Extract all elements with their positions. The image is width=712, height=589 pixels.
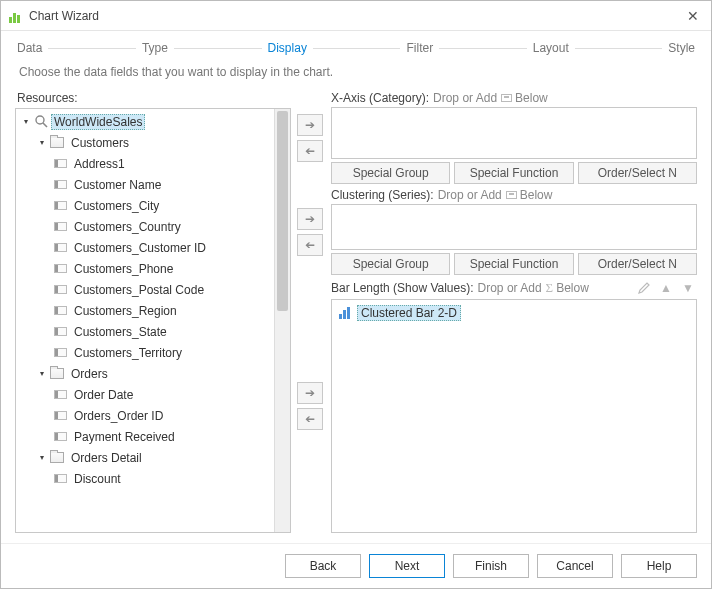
field-icon bbox=[54, 411, 67, 420]
tree-field[interactable]: Customers_Region bbox=[16, 300, 274, 321]
xaxis-label: X-Axis (Category): bbox=[331, 91, 429, 105]
clustering-hint: Drop or Add bbox=[438, 188, 502, 202]
expand-icon[interactable] bbox=[36, 368, 48, 380]
step-layout[interactable]: Layout bbox=[533, 41, 569, 55]
tree-scrollbar[interactable] bbox=[274, 109, 290, 532]
clustering-special-function[interactable]: Special Function bbox=[454, 253, 573, 275]
step-filter[interactable]: Filter bbox=[406, 41, 433, 55]
footer-buttons: Back Next Finish Cancel Help bbox=[1, 543, 711, 588]
barlength-item-label: Clustered Bar 2-D bbox=[357, 305, 461, 321]
move-down-icon[interactable]: ▼ bbox=[679, 279, 697, 297]
step-style[interactable]: Style bbox=[668, 41, 695, 55]
xaxis-special-group[interactable]: Special Group bbox=[331, 162, 450, 184]
scrollbar-thumb[interactable] bbox=[277, 111, 288, 311]
tree-field[interactable]: Order Date bbox=[16, 384, 274, 405]
field-icon bbox=[54, 348, 67, 357]
add-clustering-button[interactable]: ➔ bbox=[297, 208, 323, 230]
field-icon bbox=[54, 474, 67, 483]
tree-group[interactable]: Orders bbox=[16, 363, 274, 384]
svg-point-0 bbox=[36, 116, 44, 124]
field-icon bbox=[54, 222, 67, 231]
expand-icon[interactable] bbox=[36, 452, 48, 464]
folder-icon bbox=[50, 452, 64, 463]
search-icon bbox=[34, 115, 48, 129]
barlength-item[interactable]: Clustered Bar 2-D bbox=[335, 303, 465, 323]
titlebar: Chart Wizard ✕ bbox=[1, 1, 711, 31]
field-icon bbox=[54, 264, 67, 273]
barlength-hint: Drop or Add bbox=[478, 281, 542, 295]
below-icon bbox=[501, 94, 512, 102]
add-barlength-button[interactable]: ➔ bbox=[297, 382, 323, 404]
field-icon bbox=[54, 306, 67, 315]
sigma-icon: Σ bbox=[546, 280, 554, 296]
clustering-order-select[interactable]: Order/Select N bbox=[578, 253, 697, 275]
tree-field[interactable]: Customers_State bbox=[16, 321, 274, 342]
tree-field[interactable]: Customer Name bbox=[16, 174, 274, 195]
expand-icon[interactable] bbox=[36, 137, 48, 149]
field-icon bbox=[54, 285, 67, 294]
field-icon bbox=[54, 390, 67, 399]
folder-icon bbox=[50, 137, 64, 148]
xaxis-order-select[interactable]: Order/Select N bbox=[578, 162, 697, 184]
close-button[interactable]: ✕ bbox=[683, 6, 703, 26]
tree-field[interactable]: Customers_Territory bbox=[16, 342, 274, 363]
step-type[interactable]: Type bbox=[142, 41, 168, 55]
tree-group[interactable]: Customers bbox=[16, 132, 274, 153]
bar-chart-icon bbox=[339, 307, 353, 319]
field-icon bbox=[54, 432, 67, 441]
clustering-label: Clustering (Series): bbox=[331, 188, 434, 202]
barlength-below: Below bbox=[556, 281, 589, 295]
xaxis-dropzone[interactable] bbox=[331, 107, 697, 159]
field-icon bbox=[54, 201, 67, 210]
edit-icon[interactable] bbox=[635, 279, 653, 297]
window-title: Chart Wizard bbox=[29, 9, 683, 23]
clustering-below: Below bbox=[520, 188, 553, 202]
tree-field[interactable]: Customers_Phone bbox=[16, 258, 274, 279]
chart-app-icon bbox=[9, 9, 23, 23]
tree-field[interactable]: Discount bbox=[16, 468, 274, 489]
tree-root-label: WorldWideSales bbox=[51, 114, 145, 130]
tree-field[interactable]: Orders_Order ID bbox=[16, 405, 274, 426]
clustering-special-group[interactable]: Special Group bbox=[331, 253, 450, 275]
cancel-button[interactable]: Cancel bbox=[537, 554, 613, 578]
tree-field[interactable]: Customers_Customer ID bbox=[16, 237, 274, 258]
move-up-icon[interactable]: ▲ bbox=[657, 279, 675, 297]
step-display[interactable]: Display bbox=[268, 41, 307, 55]
field-icon bbox=[54, 327, 67, 336]
field-icon bbox=[54, 159, 67, 168]
back-button[interactable]: Back bbox=[285, 554, 361, 578]
xaxis-below: Below bbox=[515, 91, 548, 105]
resources-tree[interactable]: WorldWideSales Customers Address1 Custom… bbox=[16, 109, 274, 532]
next-button[interactable]: Next bbox=[369, 554, 445, 578]
field-icon bbox=[54, 180, 67, 189]
xaxis-hint: Drop or Add bbox=[433, 91, 497, 105]
barlength-dropzone[interactable]: Clustered Bar 2-D bbox=[331, 299, 697, 533]
below-icon bbox=[506, 191, 517, 199]
field-icon bbox=[54, 243, 67, 252]
tree-field[interactable]: Payment Received bbox=[16, 426, 274, 447]
tree-field[interactable]: Address1 bbox=[16, 153, 274, 174]
finish-button[interactable]: Finish bbox=[453, 554, 529, 578]
folder-icon bbox=[50, 368, 64, 379]
remove-barlength-button[interactable]: ➔ bbox=[297, 408, 323, 430]
step-subtitle: Choose the data fields that you want to … bbox=[1, 61, 711, 91]
expand-icon[interactable] bbox=[20, 116, 32, 128]
svg-line-1 bbox=[43, 123, 47, 127]
tree-root[interactable]: WorldWideSales bbox=[16, 111, 274, 132]
step-data[interactable]: Data bbox=[17, 41, 42, 55]
tree-field[interactable]: Customers_City bbox=[16, 195, 274, 216]
clustering-dropzone[interactable] bbox=[331, 204, 697, 250]
remove-clustering-button[interactable]: ➔ bbox=[297, 234, 323, 256]
resources-label: Resources: bbox=[15, 91, 291, 108]
wizard-steps: Data Type Display Filter Layout Style bbox=[1, 31, 711, 61]
barlength-label: Bar Length (Show Values): bbox=[331, 281, 474, 295]
add-xaxis-button[interactable]: ➔ bbox=[297, 114, 323, 136]
tree-field[interactable]: Customers_Country bbox=[16, 216, 274, 237]
tree-field[interactable]: Customers_Postal Code bbox=[16, 279, 274, 300]
tree-group[interactable]: Orders Detail bbox=[16, 447, 274, 468]
remove-xaxis-button[interactable]: ➔ bbox=[297, 140, 323, 162]
xaxis-special-function[interactable]: Special Function bbox=[454, 162, 573, 184]
help-button[interactable]: Help bbox=[621, 554, 697, 578]
